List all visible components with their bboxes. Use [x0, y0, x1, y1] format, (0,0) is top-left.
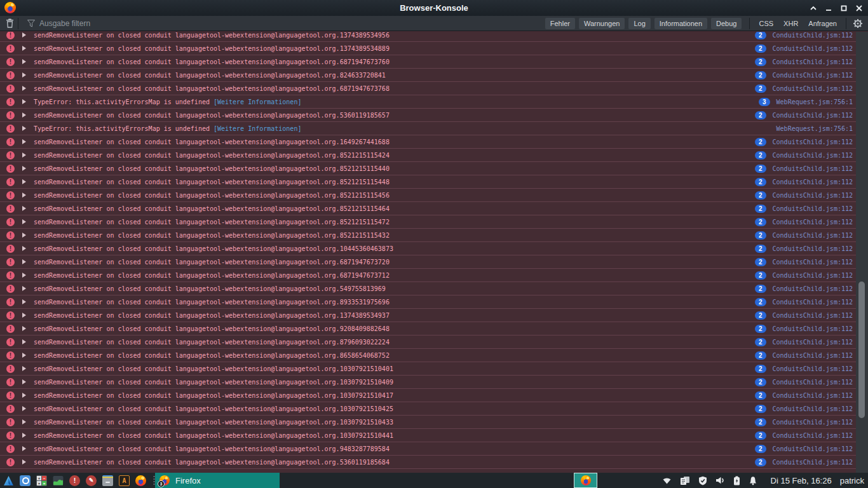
source-location-link[interactable]: ConduitsChild.jsm:112 — [773, 405, 853, 412]
settings-button[interactable] — [853, 18, 863, 29]
console-row[interactable]: sendRemoveListener on closed conduit lan… — [0, 429, 856, 442]
console-row[interactable]: sendRemoveListener on closed conduit lan… — [0, 255, 856, 269]
console-row[interactable]: sendRemoveListener on closed conduit lan… — [0, 175, 856, 189]
source-location-link[interactable]: ConduitsChild.jsm:112 — [773, 45, 853, 52]
console-row[interactable]: sendRemoveListener on closed conduit lan… — [0, 349, 856, 362]
active-window-indicator[interactable] — [574, 473, 597, 488]
expand-arrow-icon[interactable] — [22, 206, 26, 211]
console-row[interactable]: sendRemoveListener on closed conduit lan… — [0, 55, 856, 69]
clear-console-button[interactable] — [6, 18, 14, 28]
console-row[interactable]: sendRemoveListener on closed conduit lan… — [0, 336, 856, 349]
expand-arrow-icon[interactable] — [22, 152, 26, 158]
firefox-task-button[interactable]: 3 Firefox — [155, 473, 280, 488]
console-row[interactable]: sendRemoveListener on closed conduit lan… — [0, 229, 856, 242]
expand-arrow-icon[interactable] — [22, 99, 26, 104]
calculator-icon[interactable]: +−×= — [36, 475, 47, 486]
clock[interactable]: Di 15 Feb, 16:26 — [771, 476, 832, 485]
expand-arrow-icon[interactable] — [22, 339, 26, 344]
console-row[interactable]: sendRemoveListener on closed conduit lan… — [0, 135, 856, 149]
source-location-link[interactable]: ConduitsChild.jsm:112 — [773, 112, 853, 119]
console-row[interactable]: sendRemoveListener on closed conduit lan… — [0, 376, 856, 389]
source-location-link[interactable]: ConduitsChild.jsm:112 — [773, 365, 853, 372]
shade-button[interactable] — [806, 0, 821, 16]
editor-pencil-icon[interactable] — [86, 475, 97, 486]
filter-button-fehler[interactable]: Fehler — [545, 18, 575, 29]
expand-arrow-icon[interactable] — [22, 179, 26, 184]
source-location-link[interactable]: ConduitsChild.jsm:112 — [773, 139, 853, 146]
filter-button-informationen[interactable]: Informationen — [654, 18, 707, 29]
close-button[interactable] — [851, 0, 867, 16]
expand-arrow-icon[interactable] — [22, 59, 26, 64]
source-location-link[interactable]: ConduitsChild.jsm:112 — [773, 459, 853, 466]
console-row[interactable]: TypeError: this.activityErrorsMap is und… — [0, 122, 856, 135]
source-location-link[interactable]: ConduitsChild.jsm:112 — [773, 245, 853, 252]
expand-arrow-icon[interactable] — [22, 313, 26, 318]
filter-button-warnungen[interactable]: Warnungen — [579, 18, 625, 29]
source-location-link[interactable]: ConduitsChild.jsm:112 — [773, 285, 853, 292]
scrollbar-thumb[interactable] — [858, 281, 865, 418]
console-row[interactable]: sendRemoveListener on closed conduit lan… — [0, 442, 856, 456]
system-monitor-icon[interactable] — [53, 475, 64, 486]
clipboard-tray-icon[interactable] — [680, 476, 690, 485]
console-row[interactable]: sendRemoveListener on closed conduit lan… — [0, 456, 856, 469]
source-location-link[interactable]: ConduitsChild.jsm:112 — [773, 72, 853, 79]
source-location-link[interactable]: ConduitsChild.jsm:112 — [773, 392, 853, 399]
console-row[interactable]: sendRemoveListener on closed conduit lan… — [0, 322, 856, 336]
expand-arrow-icon[interactable] — [22, 353, 26, 358]
console-row[interactable]: sendRemoveListener on closed conduit lan… — [0, 282, 856, 295]
console-row[interactable]: sendRemoveListener on closed conduit lan… — [0, 69, 856, 82]
source-location-link[interactable]: ConduitsChild.jsm:112 — [773, 445, 853, 452]
console-row[interactable]: sendRemoveListener on closed conduit lan… — [0, 42, 856, 55]
console-row[interactable]: sendRemoveListener on closed conduit lan… — [0, 295, 856, 309]
app-menu-icon[interactable] — [3, 475, 14, 486]
security-shield-tray-icon[interactable] — [698, 476, 707, 485]
source-location-link[interactable]: WebRequest.jsm:756:1 — [776, 98, 853, 105]
source-location-link[interactable]: ConduitsChild.jsm:112 — [773, 58, 853, 65]
console-row[interactable]: sendRemoveListener on closed conduit lan… — [0, 32, 856, 42]
console-row[interactable]: sendRemoveListener on closed conduit lan… — [0, 215, 856, 229]
expand-arrow-icon[interactable] — [22, 32, 26, 37]
alert-icon[interactable] — [69, 475, 80, 486]
expand-arrow-icon[interactable] — [22, 86, 26, 91]
console-row[interactable]: sendRemoveListener on closed conduit lan… — [0, 149, 856, 162]
expand-arrow-icon[interactable] — [22, 259, 26, 264]
filter-button-log[interactable]: Log — [628, 18, 650, 29]
expand-arrow-icon[interactable] — [22, 112, 26, 118]
console-row[interactable]: sendRemoveListener on closed conduit lan… — [0, 82, 856, 95]
learn-more-link[interactable]: [Weitere Informationen] — [214, 125, 301, 132]
console-row[interactable]: sendRemoveListener on closed conduit lan… — [0, 162, 856, 175]
maximize-button[interactable] — [836, 0, 851, 16]
expand-arrow-icon[interactable] — [22, 139, 26, 144]
console-row[interactable]: sendRemoveListener on closed conduit lan… — [0, 109, 856, 122]
source-location-link[interactable]: ConduitsChild.jsm:112 — [773, 352, 853, 359]
filter-button-debug[interactable]: Debug — [711, 18, 742, 29]
source-location-link[interactable]: ConduitsChild.jsm:112 — [773, 192, 853, 199]
source-location-link[interactable]: ConduitsChild.jsm:112 — [773, 152, 853, 159]
expand-arrow-icon[interactable] — [22, 326, 26, 331]
filter-button-xhr[interactable]: XHR — [783, 20, 798, 27]
source-location-link[interactable]: ConduitsChild.jsm:112 — [773, 419, 853, 426]
volume-tray-icon[interactable] — [715, 476, 725, 485]
source-location-link[interactable]: ConduitsChild.jsm:112 — [773, 165, 853, 172]
console-row[interactable]: TypeError: this.activityErrorsMap is und… — [0, 95, 856, 109]
filter-input[interactable]: Ausgabe filtern — [27, 19, 90, 28]
expand-arrow-icon[interactable] — [22, 433, 26, 438]
filter-button-css[interactable]: CSS — [759, 20, 773, 27]
expand-arrow-icon[interactable] — [22, 393, 26, 398]
console-row[interactable]: sendRemoveListener on closed conduit lan… — [0, 242, 856, 255]
source-location-link[interactable]: ConduitsChild.jsm:112 — [773, 32, 853, 39]
console-row[interactable]: sendRemoveListener on closed conduit lan… — [0, 269, 856, 282]
expand-arrow-icon[interactable] — [22, 273, 26, 278]
source-location-link[interactable]: ConduitsChild.jsm:112 — [773, 259, 853, 266]
source-location-link[interactable]: WebRequest.jsm:756:1 — [776, 125, 853, 132]
network-tray-icon[interactable] — [662, 476, 672, 485]
console-row[interactable]: sendRemoveListener on closed conduit lan… — [0, 416, 856, 429]
expand-arrow-icon[interactable] — [22, 419, 26, 424]
file-manager-icon[interactable] — [20, 475, 31, 486]
expand-arrow-icon[interactable] — [22, 406, 26, 411]
console-row[interactable]: sendRemoveListener on closed conduit lan… — [0, 202, 856, 215]
source-location-link[interactable]: ConduitsChild.jsm:112 — [773, 85, 853, 92]
expand-arrow-icon[interactable] — [22, 166, 26, 171]
expand-arrow-icon[interactable] — [22, 72, 26, 78]
expand-arrow-icon[interactable] — [22, 379, 26, 384]
